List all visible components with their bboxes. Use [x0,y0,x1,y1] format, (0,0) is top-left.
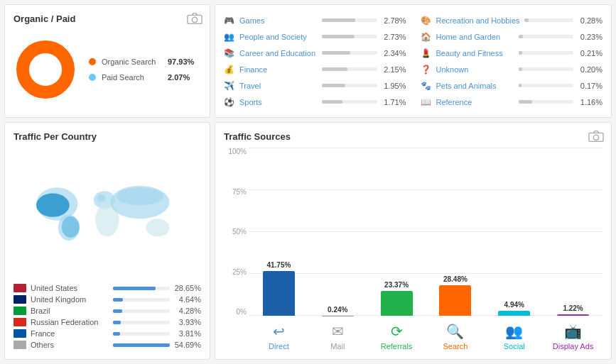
flag [13,341,26,349]
source-name[interactable]: Mail [330,342,345,351]
svg-point-10 [36,194,70,217]
category-name[interactable]: Games [239,16,318,25]
bar-group: 1.22% [544,148,603,316]
organic-value: 97.93% [168,57,194,66]
country-name: France [31,329,109,338]
category-value: 2.15% [382,65,406,74]
country-bar [113,298,123,302]
category-value: 2.34% [382,49,406,57]
category-bar-bg [519,51,574,55]
country-bar [113,287,156,290]
category-item: 🎮 Games 2.78% [224,13,406,27]
bar-group: 23.37% [367,148,426,316]
category-item: ❓ Unknown 0.20% [421,62,603,76]
country-bar-bg [113,309,170,313]
category-bar [519,84,522,87]
bars-area: 41.75% 0.24% 23.37% 28.48% 4.94% 1.22% [249,148,603,319]
country-item: Russian Federation 3.93% [13,316,201,328]
legend-item-paid: Paid Search 2.07% [89,73,194,82]
source-name[interactable]: Search [443,342,468,351]
category-item: 🎨 Recreation and Hobbies 0.28% [421,13,603,27]
category-name[interactable]: Home and Garden [436,33,514,41]
category-bar-bg [322,100,377,104]
bar-group: 41.75% [249,148,308,316]
chart-body: 100%75%50%25%0% 41.75% 0.24% 23.37 [224,148,603,319]
category-value: 0.21% [578,49,603,57]
source-icon: 👥 [505,323,523,340]
country-bar [113,343,170,347]
source-name[interactable]: Social [504,342,525,351]
camera-icon[interactable] [187,12,202,25]
category-item: 💄 Beauty and Fitness 0.21% [421,46,603,60]
svg-point-9 [146,219,169,236]
category-item: ✈️ Travel 1.95% [224,79,406,92]
source-labels: ↩ Direct ✉ Mail ⟳ Referrals 🔍 Search 👥 S… [224,319,603,351]
y-label: 75% [224,188,249,196]
dashboard: Organic / Paid Organic Search 97.93% [0,0,616,364]
svg-point-15 [593,135,598,140]
bar [381,291,413,316]
category-value: 1.95% [382,82,406,90]
donut-chart [13,38,77,101]
source-name[interactable]: Referrals [381,342,413,351]
world-map [13,148,201,278]
category-name[interactable]: Recreation and Hobbies [436,16,520,25]
category-value: 1.71% [382,98,406,106]
category-name[interactable]: Travel [239,82,318,90]
chart-wrapper: 100%75%50%25%0% 41.75% 0.24% 23.37 [224,148,603,351]
organic-paid-title: Organic / Paid [13,13,201,24]
y-label: 25% [224,268,249,276]
category-name[interactable]: Career and Education [239,49,318,57]
category-name[interactable]: Pets and Animals [436,82,514,90]
category-item: 📚 Career and Education 2.34% [224,46,406,60]
source-name[interactable]: Display Ads [553,342,593,351]
category-bar [519,67,522,71]
category-icon: 🎮 [224,16,235,26]
country-name: United States [31,284,109,292]
flag [13,295,26,304]
paid-label: Paid Search [102,73,162,82]
country-value: 4.64% [174,295,201,304]
country-item: France 3.81% [13,328,201,339]
category-bar-bg [322,51,377,55]
source-label-item: ↩ Direct [249,323,308,351]
category-bar [322,100,342,104]
category-name[interactable]: Beauty and Fitness [436,49,514,57]
category-name[interactable]: People and Society [239,33,318,41]
category-name[interactable]: Sports [239,98,318,106]
category-bar-bg [524,18,573,22]
flag [13,307,26,315]
source-icon: ↩ [273,323,285,340]
category-name[interactable]: Finance [239,65,318,74]
category-bar [322,67,347,71]
bar [263,271,295,316]
category-icon: 🏠 [421,32,432,42]
country-bar [113,332,120,336]
legend-item-organic: Organic Search 97.93% [89,57,194,66]
source-label-item: 📺 Display Ads [544,323,603,351]
category-bar [519,100,532,104]
category-bar [519,51,522,55]
flag [13,284,26,292]
camera-icon-traffic[interactable] [588,130,604,143]
source-label-item: ⟳ Referrals [367,323,426,351]
category-name[interactable]: Reference [436,98,514,106]
category-item: 🏠 Home and Garden 0.23% [421,30,603,43]
country-bar [113,309,122,313]
traffic-sources-title: Traffic Sources [224,131,603,142]
country-item: Others 54.69% [13,339,201,351]
paid-dot [89,74,96,81]
category-bar-bg [519,84,574,87]
category-item: 📖 Reference 1.16% [421,95,603,109]
bar-value: 0.24% [328,306,347,314]
source-name[interactable]: Direct [269,342,289,351]
category-item: 💰 Finance 2.15% [224,62,406,76]
bars-container: 41.75% 0.24% 23.37% 28.48% 4.94% 1.22% [249,148,603,319]
bar [557,314,589,316]
category-name[interactable]: Unknown [436,65,514,74]
organic-dot [89,58,96,65]
category-icon: 💄 [421,48,432,58]
country-name: Russian Federation [31,318,109,326]
paid-value: 2.07% [168,73,190,82]
category-item: ⚽ Sports 1.71% [224,95,406,109]
